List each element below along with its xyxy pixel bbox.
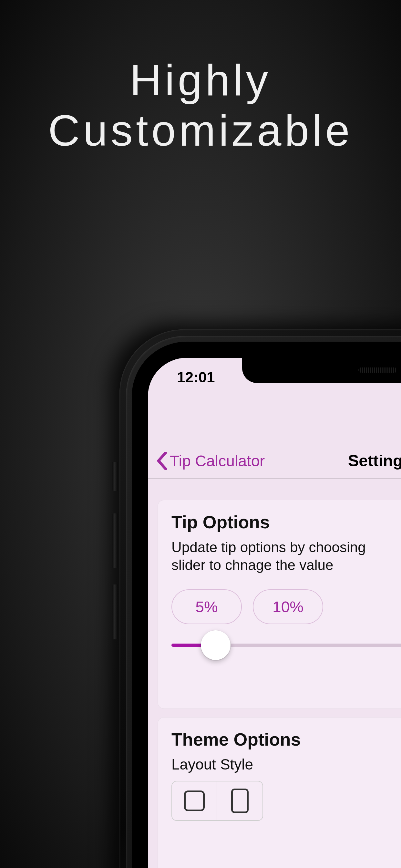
theme-options-title: Theme Options xyxy=(172,729,401,750)
headline-line-1: Highly xyxy=(0,55,401,105)
marketing-headline: Highly Customizable xyxy=(0,55,401,156)
tip-chip-5[interactable]: 5% xyxy=(172,589,242,624)
nav-bar: Tip Calculator Settings xyxy=(148,443,401,479)
back-button[interactable]: Tip Calculator xyxy=(156,452,265,470)
chevron-left-icon xyxy=(156,452,168,470)
volume-up-button xyxy=(112,514,118,568)
phone-frame: 12:01 Tip Calculator Settings xyxy=(120,330,401,868)
layout-option-2[interactable] xyxy=(217,781,263,820)
layout-option-1[interactable] xyxy=(172,781,217,820)
headline-line-2: Customizable xyxy=(0,105,401,156)
layout-style-label: Layout Style xyxy=(172,755,401,773)
mute-switch xyxy=(112,462,118,491)
tip-options-card: Tip Options Update tip options by choosi… xyxy=(158,500,401,709)
layout-style-segment[interactable] xyxy=(172,781,263,821)
content-area: Tip Options Update tip options by choosi… xyxy=(148,484,401,868)
status-time: 12:01 xyxy=(177,368,215,386)
tip-options-title: Tip Options xyxy=(172,512,401,532)
layout-icon-portrait xyxy=(231,788,249,813)
slider-thumb[interactable] xyxy=(201,630,230,660)
volume-down-button xyxy=(112,585,118,640)
tip-options-desc: Update tip options by choosing slider to… xyxy=(172,538,401,574)
phone-screen: 12:01 Tip Calculator Settings xyxy=(148,358,401,868)
tip-chip-10[interactable]: 10% xyxy=(253,589,323,624)
layout-icon-square xyxy=(184,790,205,811)
notch xyxy=(242,358,401,383)
theme-options-card: Theme Options Layout Style xyxy=(158,717,401,868)
back-label: Tip Calculator xyxy=(170,452,265,470)
tip-slider[interactable] xyxy=(172,644,401,647)
tip-percent-chips: 5% 10% xyxy=(172,589,401,624)
page-title: Settings xyxy=(348,452,401,470)
speaker-grill xyxy=(359,368,397,373)
